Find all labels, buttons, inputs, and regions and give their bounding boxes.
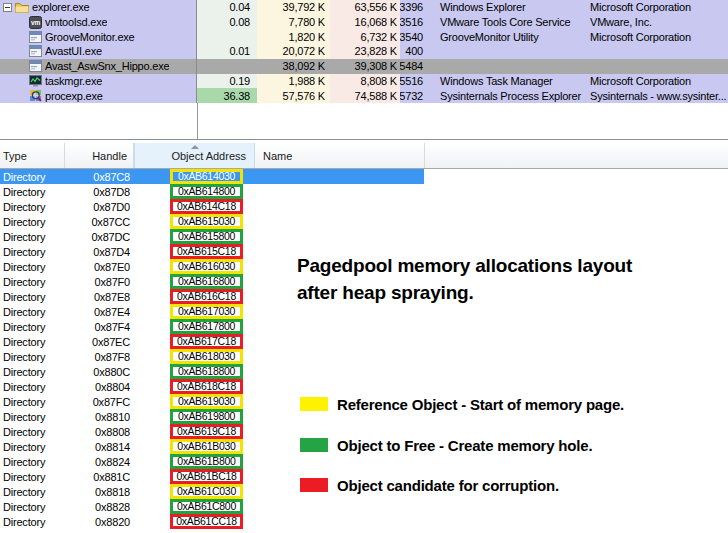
handle-row[interactable]: Directory0x87CC0xAB615030	[0, 214, 728, 229]
object-address-value: 0xAB618800	[178, 367, 235, 376]
handle-row[interactable]: Directory0x87EC0xAB617C18	[0, 334, 728, 349]
process-row[interactable]: explorer.exe0.0439,792 K63,556 K3396Wind…	[0, 0, 728, 15]
object-address-value: 0xAB615030	[178, 217, 235, 226]
process-name-cell: GrooveMonitor.exe	[0, 29, 197, 44]
column-header-filler	[425, 143, 728, 168]
cpu-cell	[197, 29, 257, 44]
handle-row[interactable]: Directory0x87D00xAB614C18	[0, 199, 728, 214]
handle-row[interactable]: Directory0x88200xAB61CC18	[0, 514, 728, 529]
process-row[interactable]: Avast_AswSnx_Hippo.exe38,092 K39,308 K54…	[0, 59, 728, 74]
cpu-cell: 0.04	[197, 0, 257, 15]
handle-value-cell: 0x8824	[60, 456, 130, 468]
handle-value-cell: 0x87D0	[60, 201, 130, 213]
handle-type-cell: Directory	[3, 201, 45, 213]
handle-value-cell: 0x8814	[60, 441, 130, 453]
process-row[interactable]: GrooveMonitor.exe1,820 K6,732 K3540Groov…	[0, 29, 728, 44]
handle-value-cell: 0x87F0	[60, 276, 130, 288]
process-row[interactable]: AvastUI.exe0.0120,072 K23,828 K400	[0, 44, 728, 59]
handle-value-cell: 0x8804	[60, 381, 130, 393]
annotation-title-line1: Pagedpool memory allocations layout	[297, 252, 722, 279]
column-header-handle-label: Handle	[92, 150, 127, 162]
handle-value-cell: 0x881C	[60, 471, 130, 483]
annotation-title-line2: after heap spraying.	[297, 279, 722, 306]
handle-type-cell: Directory	[3, 501, 45, 513]
object-address-box: 0xAB61C800	[170, 499, 243, 514]
process-name: vmtoolsd.exe	[45, 16, 107, 28]
handle-row[interactable]: Directory0x88280xAB61C800	[0, 499, 728, 514]
process-list-pane: explorer.exe0.0439,792 K63,556 K3396Wind…	[0, 0, 728, 103]
process-name-cell: AvastUI.exe	[0, 44, 197, 59]
column-header-object-address-label: Object Address	[171, 150, 246, 162]
column-header-name[interactable]: Name	[255, 143, 425, 168]
object-address-box: 0xAB614030	[170, 169, 243, 184]
handle-type-cell: Directory	[3, 366, 45, 378]
handle-row[interactable]: Directory0x880C0xAB618800	[0, 364, 728, 379]
pid-cell: 3396	[400, 0, 427, 15]
object-address-box: 0xAB61CC18	[170, 514, 243, 529]
upper-pane-empty-area	[0, 103, 728, 139]
working-set-cell: 8,808 K	[330, 74, 400, 89]
object-address-box: 0xAB615800	[170, 229, 243, 244]
company-cell: Microsoft Corporation	[590, 74, 728, 89]
handle-row[interactable]: Directory0x87D80xAB614800	[0, 184, 728, 199]
object-address-box: 0xAB619030	[170, 394, 243, 409]
tree-collapse-toggle[interactable]	[3, 3, 12, 12]
legend-label: Object to Free - Create memory hole.	[337, 437, 592, 454]
column-header-handle[interactable]: Handle	[65, 143, 134, 168]
company-cell: Microsoft Corporation	[590, 29, 728, 44]
handle-row[interactable]: Directory0x87F80xAB618030	[0, 349, 728, 364]
handle-row[interactable]: Directory0x87DC0xAB615800	[0, 229, 728, 244]
handle-type-cell: Directory	[3, 471, 45, 483]
process-row[interactable]: procexp.exe36.3857,576 K74,588 K5732Sysi…	[0, 88, 728, 103]
process-name-cell: taskmgr.exe	[0, 74, 197, 89]
handle-type-cell: Directory	[3, 456, 45, 468]
column-header-type[interactable]: Type	[0, 143, 65, 168]
process-name: GrooveMonitor.exe	[45, 31, 135, 43]
private-bytes-cell: 7,780 K	[257, 15, 330, 30]
handle-row[interactable]: Directory0x88240xAB61B800	[0, 454, 728, 469]
object-address-value: 0xAB61BC18	[176, 472, 236, 481]
object-address-value: 0xAB61B800	[177, 457, 235, 466]
handle-type-cell: Directory	[3, 321, 45, 333]
object-address-box: 0xAB614C18	[170, 199, 243, 214]
legend-swatch-green	[300, 438, 328, 452]
handle-type-cell: Directory	[3, 291, 45, 303]
object-address-box: 0xAB617800	[170, 319, 243, 334]
handle-value-cell: 0x87E0	[60, 261, 130, 273]
process-row[interactable]: taskmgr.exe0.191,988 K8,808 K5516Windows…	[0, 74, 728, 89]
description-cell	[427, 44, 590, 59]
object-address-value: 0xAB617C18	[177, 337, 236, 346]
object-address-box: 0xAB615C18	[170, 244, 243, 259]
handle-type-cell: Directory	[3, 216, 45, 228]
object-address-value: 0xAB61B030	[177, 442, 235, 451]
description-cell: Windows Explorer	[427, 0, 590, 15]
handle-type-cell: Directory	[3, 186, 45, 198]
window-icon	[29, 31, 42, 43]
handle-row[interactable]: Directory0x88040xAB618C18	[0, 379, 728, 394]
handle-row[interactable]: Directory0x87E40xAB617030	[0, 304, 728, 319]
handle-type-cell: Directory	[3, 516, 45, 528]
company-cell: Sysinternals - www.sysinter...	[590, 88, 728, 103]
private-bytes-cell: 1,988 K	[257, 74, 330, 89]
process-row[interactable]: vmvmtoolsd.exe0.087,780 K16,068 K3516VMw…	[0, 15, 728, 30]
object-address-box: 0xAB618030	[170, 349, 243, 364]
working-set-cell: 63,556 K	[330, 0, 400, 15]
object-address-value: 0xAB619800	[178, 412, 235, 421]
object-address-box: 0xAB616030	[170, 259, 243, 274]
column-header-type-label: Type	[3, 150, 27, 162]
handle-value-cell: 0x8828	[60, 501, 130, 513]
process-name: explorer.exe	[32, 1, 90, 13]
handle-row[interactable]: Directory0x87C80xAB614030	[0, 169, 728, 184]
process-name-cell: explorer.exe	[0, 0, 197, 15]
handle-row[interactable]: Directory0x87F40xAB617800	[0, 319, 728, 334]
object-address-box: 0xAB617C18	[170, 334, 243, 349]
company-cell	[590, 59, 728, 74]
column-header-object-address[interactable]: Object Address	[134, 143, 255, 168]
handle-value-cell: 0x87F8	[60, 351, 130, 363]
handle-value-cell: 0x87DC	[60, 231, 130, 243]
procexp-icon	[29, 89, 42, 102]
cpu-cell: 0.01	[197, 44, 257, 59]
handle-value-cell: 0x87EC	[60, 336, 130, 348]
object-address-value: 0xAB614C18	[177, 202, 236, 211]
object-address-box: 0xAB61B030	[170, 439, 243, 454]
